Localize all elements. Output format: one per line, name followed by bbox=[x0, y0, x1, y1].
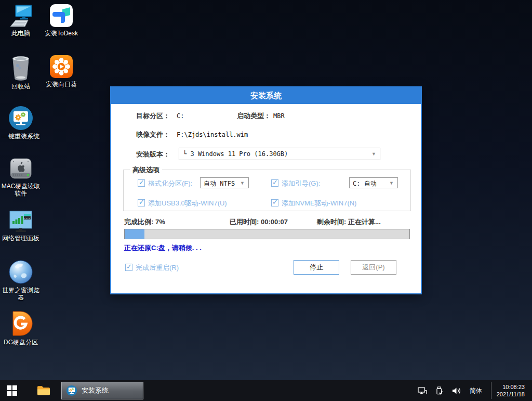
desktop-icon-label: 安装ToDesk bbox=[45, 30, 78, 37]
dialog-title: 安装系统 bbox=[250, 91, 282, 101]
status-text: 正在还原C:盘，请稍候. . . bbox=[124, 243, 202, 253]
mac-disk-icon bbox=[8, 156, 33, 181]
image-file-value: F:\Zjds\install.wim bbox=[177, 131, 248, 138]
dialog-titlebar[interactable]: 安装系统 bbox=[111, 87, 421, 104]
install-system-task-icon bbox=[66, 385, 77, 396]
usb-device-icon[interactable] bbox=[436, 386, 443, 395]
this-pc-icon bbox=[9, 4, 33, 28]
install-version-value: └ 3 Windows 11 Pro (16.30GB) bbox=[179, 148, 380, 160]
install-system-dialog: 安装系统 目标分区： C: 启动类型： MBR 映像文件： F:\Zjds\in… bbox=[110, 86, 422, 294]
desktop-icon-label: 回收站 bbox=[11, 83, 30, 90]
target-partition-value: C: bbox=[177, 112, 184, 120]
clock-time: 10:08:23 bbox=[497, 383, 525, 391]
taskbar-task-label: 安装系统 bbox=[82, 386, 109, 395]
dg-partition-icon bbox=[8, 310, 33, 337]
desktop-icon-recycle-bin[interactable]: 回收站 bbox=[0, 54, 42, 90]
desktop-icon-install-sunflower[interactable]: 安装向日葵 bbox=[41, 54, 82, 88]
taskbar-clock[interactable]: 10:08:23 2021/11/18 bbox=[491, 382, 527, 399]
format-mode-dropdown[interactable]: 自动 NTFS bbox=[200, 177, 249, 188]
back-button[interactable]: 返回(P) bbox=[351, 260, 396, 275]
input-method-indicator[interactable]: 简体 bbox=[470, 386, 482, 395]
add-boot-label: 添加引导(G): bbox=[282, 179, 320, 188]
taskbar: 安装系统 简体 10:08:23 2021/11/18 bbox=[0, 380, 532, 401]
format-mode-value: 自动 NTFS bbox=[201, 178, 248, 190]
restart-after-label: 完成后重启(R) bbox=[136, 263, 179, 273]
clock-date: 2021/11/18 bbox=[497, 391, 525, 398]
stop-button[interactable]: 停止 bbox=[294, 260, 339, 275]
desktop-icon-label: MAC硬盘读取软件 bbox=[0, 183, 42, 197]
add-boot-value: C: 自动 bbox=[350, 178, 397, 190]
desktop-icon-mac-disk-reader[interactable]: MAC硬盘读取软件 bbox=[0, 156, 42, 197]
install-version-dropdown[interactable]: └ 3 Windows 11 Pro (16.30GB) bbox=[179, 148, 380, 160]
globe-browser-icon bbox=[8, 259, 34, 285]
install-version-label: 安装版本： bbox=[136, 150, 170, 159]
desktop-icon-install-todesk[interactable]: 安装ToDesk bbox=[41, 3, 82, 37]
desktop-icon-label: 世界之窗浏览器 bbox=[0, 287, 42, 301]
stop-button-label: 停止 bbox=[310, 263, 323, 272]
desktop-icon-label: 网络管理面板 bbox=[2, 235, 39, 242]
recycle-bin-icon bbox=[10, 54, 32, 81]
volume-icon[interactable] bbox=[451, 387, 461, 395]
nvme-driver-checkbox[interactable] bbox=[271, 199, 278, 206]
elapsed-time-label: 已用时间: 00:00:07 bbox=[230, 217, 288, 227]
desktop-icon-label: 一键重装系统 bbox=[2, 133, 39, 140]
desktop-icon-this-pc[interactable]: 此电脑 bbox=[0, 4, 42, 37]
nvme-driver-label: 添加NVME驱动-WIN7(N) bbox=[282, 199, 356, 208]
desktop-icon-one-key-reinstall[interactable]: 一键重装系统 bbox=[0, 105, 42, 140]
add-boot-dropdown[interactable]: C: 自动 bbox=[349, 177, 398, 188]
dialog-body: 目标分区： C: 启动类型： MBR 映像文件： F:\Zjds\install… bbox=[111, 104, 421, 293]
usb3-driver-checkbox[interactable] bbox=[138, 199, 145, 206]
format-partition-label: 格式化分区(F): bbox=[148, 179, 192, 188]
add-boot-checkbox[interactable] bbox=[271, 179, 278, 187]
folder-icon bbox=[37, 385, 50, 396]
file-explorer-button[interactable] bbox=[32, 380, 55, 401]
boot-type-value: MBR bbox=[273, 112, 285, 120]
usb3-driver-label: 添加USB3.0驱动-WIN7(U) bbox=[148, 199, 227, 208]
advanced-options-title: 高级选项 bbox=[130, 165, 162, 175]
format-partition-checkbox[interactable] bbox=[138, 179, 145, 187]
desktop-icon-label: DG硬盘分区 bbox=[4, 339, 38, 346]
completion-percent-label: 完成比例: 7% bbox=[124, 217, 165, 227]
target-partition-label: 目标分区： bbox=[136, 111, 170, 121]
desktop-icon-label: 此电脑 bbox=[11, 30, 30, 37]
reinstall-system-icon bbox=[8, 105, 34, 131]
desktop-icon-dg-partition[interactable]: DG硬盘分区 bbox=[0, 310, 42, 346]
system-tray: 简体 10:08:23 2021/11/18 bbox=[418, 382, 532, 399]
taskbar-task-install-system[interactable]: 安装系统 bbox=[61, 382, 143, 399]
sunflower-icon bbox=[49, 54, 74, 79]
start-button[interactable] bbox=[0, 380, 24, 401]
boot-type-label: 启动类型： bbox=[237, 111, 271, 121]
image-file-label: 映像文件： bbox=[136, 130, 170, 139]
progress-fill bbox=[125, 229, 144, 239]
desktop-icon-label: 安装向日葵 bbox=[46, 81, 77, 88]
remaining-time-label: 剩余时间: 正在计算... bbox=[317, 217, 381, 227]
desktop-icon-network-panel[interactable]: 网络管理面板 bbox=[0, 208, 42, 242]
desktop-icon-world-window-browser[interactable]: 世界之窗浏览器 bbox=[0, 259, 42, 301]
network-icon[interactable] bbox=[418, 387, 427, 395]
back-button-label: 返回(P) bbox=[362, 263, 384, 272]
network-panel-icon bbox=[8, 208, 33, 233]
progress-bar bbox=[124, 229, 410, 239]
todesk-icon bbox=[49, 3, 74, 28]
windows-logo-icon bbox=[7, 385, 17, 396]
restart-after-checkbox[interactable] bbox=[125, 264, 132, 271]
